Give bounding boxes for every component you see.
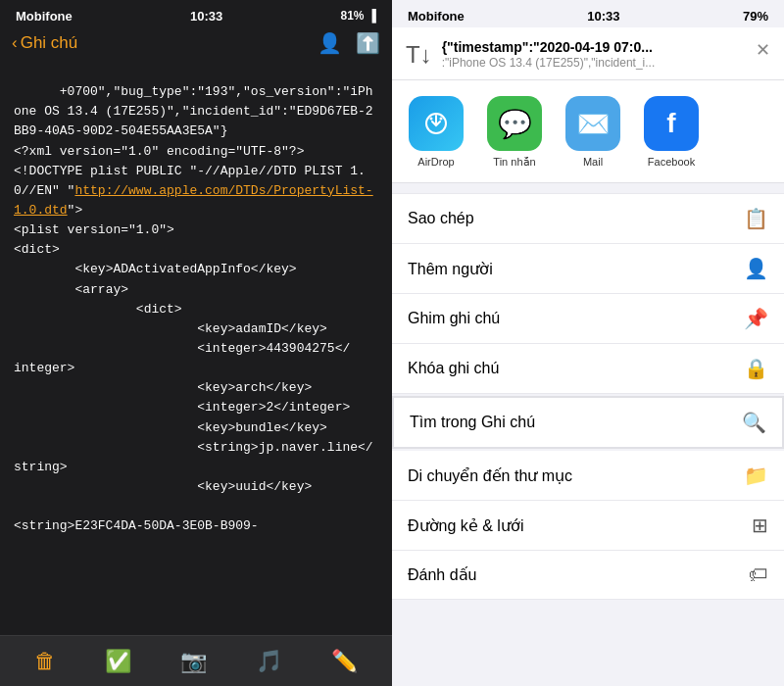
left-carrier: Mobifone	[16, 9, 73, 24]
chevron-left-icon: ‹	[12, 33, 18, 53]
grid-icon: ⊞	[752, 514, 768, 537]
lock-icon: 🔒	[744, 357, 768, 380]
mail-icon: ✉️	[565, 96, 620, 151]
pencil-icon[interactable]: ✏️	[331, 649, 358, 674]
person-icon[interactable]: 👤	[318, 31, 342, 55]
action-copy[interactable]: Sao chép 📋	[392, 193, 784, 244]
pin-icon: 📌	[744, 307, 768, 330]
folder-icon: 📁	[744, 464, 768, 487]
messages-label: Tin nhắn	[493, 156, 535, 169]
action-search[interactable]: Tìm trong Ghi chú 🔍	[392, 396, 784, 449]
share-actions: Sao chép 📋 Thêm người 👤 Ghim ghi chú 📌 K…	[392, 183, 784, 686]
left-time: 10:33	[190, 9, 222, 24]
add-person-icon: 👤	[744, 257, 768, 280]
svg-point-1	[430, 118, 433, 121]
mail-label: Mail	[583, 156, 603, 168]
facebook-label: Facebook	[648, 156, 695, 168]
search-icon: 🔍	[742, 411, 766, 434]
action-copy-label: Sao chép	[408, 210, 474, 227]
back-label: Ghi chú	[21, 33, 78, 53]
share-icon[interactable]: ⬆️	[356, 31, 380, 55]
share-header: T↓ {"timestamp":"2020-04-19 07:0... :"iP…	[392, 27, 784, 80]
action-mark[interactable]: Đánh dấu 🏷	[392, 551, 784, 600]
action-pin[interactable]: Ghim ghi chú 📌	[392, 294, 784, 344]
airdrop-app[interactable]: AirDrop	[402, 96, 470, 169]
share-title: {"timestamp":"2020-04-19 07:0...	[442, 39, 716, 55]
facebook-app[interactable]: f Facebook	[637, 96, 706, 169]
nav-icons: 👤 ⬆️	[318, 31, 380, 55]
action-lock-label: Khóa ghi chú	[408, 360, 499, 377]
airdrop-label: AirDrop	[417, 156, 454, 168]
left-bottom-bar: 🗑 ✅ 📷 🎵 ✏️	[0, 635, 392, 686]
right-carrier: Mobifone	[408, 9, 465, 24]
copy-icon: 📋	[744, 207, 768, 230]
action-move[interactable]: Di chuyển đến thư mục 📁	[392, 451, 784, 501]
tag-icon: 🏷	[749, 564, 768, 586]
mail-app[interactable]: ✉️ Mail	[559, 96, 627, 169]
checkmark-icon[interactable]: ✅	[105, 649, 131, 674]
left-status-bar: Mobifone 10:33 81% ▐	[0, 0, 392, 27]
action-pin-label: Ghim ghi chú	[408, 310, 500, 327]
close-icon[interactable]: ✕	[756, 39, 770, 61]
share-header-text: {"timestamp":"2020-04-19 07:0... :"iPhon…	[442, 39, 746, 70]
right-time: 10:33	[587, 9, 619, 24]
messages-app[interactable]: 💬 Tin nhắn	[480, 96, 549, 169]
share-apps-row: AirDrop 💬 Tin nhắn ✉️ Mail f Facebook	[392, 80, 784, 183]
action-add-person[interactable]: Thêm người 👤	[392, 244, 784, 294]
left-content: +0700","bug_type":"193","os_version":"iP…	[0, 63, 392, 635]
action-lock[interactable]: Khóa ghi chú 🔒	[392, 344, 784, 394]
svg-point-2	[440, 118, 443, 121]
share-subtitle: :"iPhone OS 13.4 (17E255)","incident_i..…	[442, 56, 746, 70]
messages-icon: 💬	[487, 96, 542, 151]
document-icon: T↓	[406, 41, 432, 69]
battery-icon: ▐	[368, 9, 376, 23]
code-block: +0700","bug_type":"193","os_version":"iP…	[14, 63, 378, 557]
airdrop-icon	[409, 96, 464, 151]
right-panel: Mobifone 10:33 79% T↓ {"timestamp":"2020…	[392, 0, 784, 686]
action-mark-label: Đánh dấu	[408, 565, 477, 584]
camera-icon[interactable]: 📷	[180, 649, 207, 674]
action-add-label: Thêm người	[408, 260, 493, 278]
action-move-label: Di chuyển đến thư mục	[408, 466, 572, 485]
facebook-icon: f	[644, 96, 699, 151]
music-icon[interactable]: 🎵	[256, 649, 282, 674]
share-sheet: T↓ {"timestamp":"2020-04-19 07:0... :"iP…	[392, 27, 784, 686]
right-status-bar: Mobifone 10:33 79%	[392, 0, 784, 27]
left-battery: 81% ▐	[340, 9, 376, 23]
action-lines-label: Đường kẻ & lưới	[408, 516, 523, 535]
code-text-2: "> <plist version="1.0"> <dict> <key>ADA…	[14, 203, 373, 533]
left-panel: Mobifone 10:33 81% ▐ ‹ Ghi chú 👤 ⬆️ +070…	[0, 0, 392, 686]
action-search-label: Tìm trong Ghi chú	[410, 414, 535, 431]
right-battery: 79%	[743, 9, 768, 24]
back-button[interactable]: ‹ Ghi chú	[12, 33, 77, 53]
left-nav-bar: ‹ Ghi chú 👤 ⬆️	[0, 27, 392, 63]
code-text-1: +0700","bug_type":"193","os_version":"iP…	[14, 84, 373, 198]
action-lines[interactable]: Đường kẻ & lưới ⊞	[392, 501, 784, 551]
trash-icon[interactable]: 🗑	[34, 649, 56, 674]
